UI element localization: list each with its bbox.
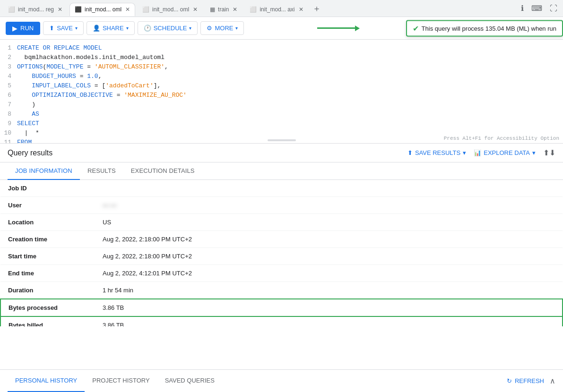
- tab-4-close[interactable]: ✕: [233, 6, 237, 13]
- row-end-time: End time Aug 2, 2022, 4:12:01 PM UTC+2: [0, 265, 563, 282]
- save-results-label: SAVE RESULTS: [415, 149, 460, 156]
- file-icon-5: ⬜: [250, 6, 257, 13]
- tab-4[interactable]: ▦ train ✕: [205, 3, 243, 16]
- tab-5-close[interactable]: ✕: [299, 6, 303, 13]
- bottom-tab-saved-queries[interactable]: SAVED QUERIES: [157, 370, 222, 392]
- tab-1-close[interactable]: ✕: [58, 6, 62, 13]
- info-icon[interactable]: ℹ: [517, 4, 528, 13]
- job-information-label: JOB INFORMATION: [15, 167, 72, 174]
- tab-5[interactable]: ⬜ init_mod... axi ✕: [244, 3, 308, 16]
- tab-3-close[interactable]: ✕: [193, 6, 198, 13]
- share-label: SHARE: [103, 25, 124, 32]
- row-bytes-processed: Bytes processed 3.86 TB: [0, 299, 563, 316]
- tab-3[interactable]: ⬜ init_mod... oml ✕: [137, 3, 203, 16]
- row-user: User — —: [0, 197, 563, 214]
- code-line-2: 2 bqmlhackathon.models.init_model_automl: [0, 53, 563, 62]
- job-info-table-container: Job ID User — — Location US Creation tim…: [0, 180, 563, 326]
- tab-1[interactable]: ⬜ init_mod... reg ✕: [3, 3, 68, 16]
- tab-2[interactable]: ⬛ init_mod... oml ✕: [69, 3, 135, 16]
- duration-key: Duration: [0, 282, 95, 299]
- bottom-bar: PERSONAL HISTORY PROJECT HISTORY SAVED Q…: [0, 369, 563, 392]
- schedule-button[interactable]: 🕐 SCHEDULE ▾: [138, 21, 198, 35]
- row-creation-time: Creation time Aug 2, 2022, 2:18:00 PM UT…: [0, 231, 563, 248]
- row-duration: Duration 1 hr 54 min: [0, 282, 563, 299]
- refresh-button[interactable]: ↻ REFRESH: [507, 377, 544, 384]
- job-info-table: Job ID User — — Location US Creation tim…: [0, 180, 563, 326]
- tab-1-label: init_mod... reg: [18, 6, 54, 13]
- file-blue-icon: ⬛: [75, 6, 82, 13]
- tab-2-label: init_mod... oml: [85, 6, 121, 13]
- save-chevron-icon: ▾: [75, 26, 78, 31]
- refresh-icon: ↻: [507, 377, 512, 384]
- bottom-tab-personal-history[interactable]: PERSONAL HISTORY: [8, 370, 85, 392]
- tab-results[interactable]: RESULTS: [80, 162, 123, 180]
- job-id-value: [95, 180, 563, 197]
- more-button[interactable]: ⚙ MORE ▾: [200, 21, 244, 35]
- duration-value: 1 hr 54 min: [95, 282, 563, 299]
- code-line-1: 1 CREATE OR REPLACE MODEL: [0, 43, 563, 53]
- schedule-chevron-icon: ▾: [189, 26, 191, 31]
- code-line-9: 9 SELECT: [0, 119, 563, 128]
- code-line-6: 6 OPTIMIZATION_OBJECTIVE = 'MAXIMIZE_AU_…: [0, 91, 563, 100]
- creation-time-key: Creation time: [0, 231, 95, 248]
- bytes-billed-key: Bytes billed: [0, 316, 95, 326]
- code-line-3: 3 OPTIONS(MODEL_TYPE = 'AUTOML_CLASSIFIE…: [0, 62, 563, 72]
- explore-data-label: EXPLORE DATA: [484, 149, 530, 156]
- file-icon: ⬜: [8, 6, 15, 13]
- query-results-title: Query results: [8, 149, 52, 157]
- location-value: US: [95, 214, 563, 231]
- collapse-button[interactable]: ∧: [550, 376, 555, 385]
- refresh-label: REFRESH: [515, 377, 544, 384]
- result-tabs: JOB INFORMATION RESULTS EXECUTION DETAIL…: [0, 162, 563, 180]
- fullscreen-icon[interactable]: ⛶: [546, 4, 561, 13]
- start-time-value: Aug 2, 2022, 2:18:00 PM UTC+2: [95, 248, 563, 265]
- check-icon: ✔: [413, 24, 419, 33]
- row-bytes-billed: Bytes billed 3.86 TB: [0, 316, 563, 326]
- user-value: — —: [95, 197, 563, 214]
- query-notice-text: This query will process 135.04 MB (ML) w…: [422, 25, 556, 32]
- tab-5-label: init_mod... axi: [260, 6, 294, 13]
- job-id-key: Job ID: [0, 180, 95, 197]
- more-label: MORE: [215, 25, 233, 32]
- keyboard-icon[interactable]: ⌨: [528, 4, 546, 13]
- expand-button[interactable]: ⬆⬇: [543, 148, 555, 157]
- code-editor[interactable]: 1 CREATE OR REPLACE MODEL 2 bqmlhackatho…: [0, 40, 563, 144]
- query-notice: ✔ This query will process 135.04 MB (ML)…: [406, 20, 563, 36]
- query-results-header: Query results ⬆ SAVE RESULTS ▾ 📊 EXPLORE…: [0, 144, 563, 162]
- accessibility-hint: Press Alt+F1 for Accessibility Option: [444, 136, 559, 141]
- save-label: SAVE: [57, 25, 73, 32]
- end-time-key: End time: [0, 265, 95, 282]
- share-chevron-icon: ▾: [126, 26, 129, 31]
- row-location: Location US: [0, 214, 563, 231]
- tab-job-information[interactable]: JOB INFORMATION: [8, 162, 80, 180]
- save-results-icon: ⬆: [407, 149, 413, 156]
- add-tab-button[interactable]: ＋: [310, 3, 324, 14]
- results-actions: ⬆ SAVE RESULTS ▾ 📊 EXPLORE DATA ▾ ⬆⬇: [407, 148, 555, 157]
- tab-execution-details[interactable]: EXECUTION DETAILS: [123, 162, 202, 180]
- tab-2-close[interactable]: ✕: [125, 6, 130, 13]
- run-button[interactable]: ▶ RUN: [6, 22, 40, 35]
- explore-data-button[interactable]: 📊 EXPLORE DATA ▾: [474, 149, 536, 156]
- run-label: RUN: [20, 25, 34, 32]
- share-button[interactable]: 👤 SHARE ▾: [87, 21, 135, 35]
- gear-icon: ⚙: [207, 25, 212, 32]
- save-results-button[interactable]: ⬆ SAVE RESULTS ▾: [407, 149, 466, 156]
- tabs-bar: ⬜ init_mod... reg ✕ ⬛ init_mod... oml ✕ …: [0, 0, 563, 17]
- results-label: RESULTS: [87, 167, 116, 174]
- personal-history-label: PERSONAL HISTORY: [15, 377, 77, 384]
- project-history-label: PROJECT HISTORY: [92, 377, 149, 384]
- explore-chevron: ▾: [532, 149, 536, 156]
- code-line-5: 5 INPUT_LABEL_COLS = ['addedToCart'],: [0, 81, 563, 91]
- save-button[interactable]: ⬆ SAVE ▾: [43, 21, 84, 35]
- toolbar: ▶ RUN ⬆ SAVE ▾ 👤 SHARE ▾ 🕐 SCHEDULE ▾ ⚙ …: [0, 17, 563, 40]
- green-arrow-annotation: [317, 26, 360, 31]
- play-icon: ▶: [12, 25, 17, 32]
- more-chevron-icon: ▾: [235, 26, 238, 31]
- start-time-key: Start time: [0, 248, 95, 265]
- bottom-tab-project-history[interactable]: PROJECT HISTORY: [85, 370, 157, 392]
- explore-icon: 📊: [474, 149, 481, 156]
- user-key: User: [0, 197, 95, 214]
- saved-queries-label: SAVED QUERIES: [165, 377, 215, 384]
- save-icon: ⬆: [49, 25, 54, 32]
- row-job-id: Job ID: [0, 180, 563, 197]
